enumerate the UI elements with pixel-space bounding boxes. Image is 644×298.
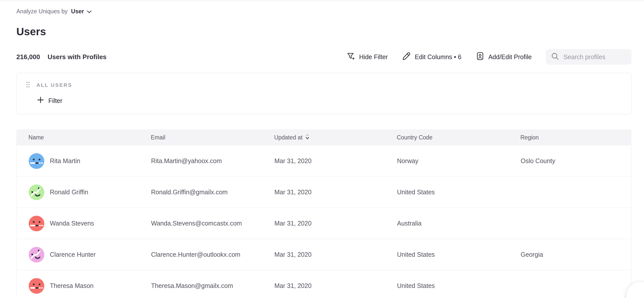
user-email: Theresa.Mason@gmailx.com [151, 282, 274, 289]
page-title: Users [16, 26, 631, 38]
table-row[interactable]: Clarence Hunter Clarence.Hunter@outlookx… [17, 239, 631, 270]
column-header-label: Region [520, 134, 539, 141]
search-icon [551, 52, 559, 62]
user-name: Wanda Stevens [50, 220, 94, 227]
column-header-label: Country Code [397, 134, 433, 141]
edit-columns-button[interactable]: Edit Columns • 6 [402, 52, 461, 62]
user-name-cell: Ronald Griffin [29, 184, 151, 200]
user-avatar [29, 247, 44, 263]
column-header-label: Email [151, 134, 165, 141]
toolbar: Hide Filter Edit Columns • 6 Add/Edit Pr… [346, 49, 631, 65]
search-input[interactable] [563, 53, 626, 61]
column-header-name[interactable]: Name [28, 134, 151, 141]
sort-icon [305, 133, 310, 142]
analyze-uniques-label: Analyze Uniques by [16, 8, 67, 15]
add-edit-profile-label: Add/Edit Profile [488, 53, 532, 61]
column-header-updated-at[interactable]: Updated at [274, 133, 397, 142]
user-country: United States [397, 189, 521, 196]
user-email: Wanda.Stevens@comcastx.com [151, 220, 274, 227]
user-updated-at: Mar 31, 2020 [274, 157, 397, 165]
users-table: NameEmailUpdated at Country CodeRegion R… [16, 129, 631, 298]
stats-toolbar-row: 216,000 Users with Profiles Hide Filter … [16, 49, 631, 65]
user-updated-at: Mar 31, 2020 [274, 220, 397, 227]
user-country: United States [397, 251, 521, 258]
users-page: Analyze Uniques by User Users 216,000 Us… [0, 0, 644, 298]
user-count-label: Users with Profiles [48, 53, 106, 61]
user-name-cell: Rita Martin [29, 153, 151, 169]
analyze-by-selector[interactable]: User [71, 8, 92, 15]
add-edit-profile-button[interactable]: Add/Edit Profile [476, 52, 532, 62]
column-header-country-code[interactable]: Country Code [397, 134, 520, 141]
user-name: Theresa Mason [50, 282, 94, 289]
user-country: Australia [397, 220, 521, 227]
user-name-cell: Theresa Mason [29, 278, 151, 294]
user-email: Clarence.Hunter@outlookx.com [151, 251, 274, 258]
filter-group-row: ALL USERS [25, 81, 631, 90]
hide-filter-label: Hide Filter [359, 53, 388, 61]
user-updated-at: Mar 31, 2020 [274, 282, 397, 289]
user-name: Rita Martin [50, 157, 80, 165]
column-header-label: Updated at [274, 134, 303, 141]
user-updated-at: Mar 31, 2020 [274, 189, 397, 196]
user-region: Georgia [521, 251, 631, 258]
analyze-by-value: User [71, 8, 84, 15]
breadcrumb: Analyze Uniques by User [16, 7, 631, 16]
pencil-icon [402, 52, 411, 62]
user-region: Oslo County [521, 157, 631, 165]
filter-group-label: ALL USERS [37, 82, 72, 88]
drag-handle-icon[interactable] [25, 81, 30, 90]
user-avatar [29, 278, 44, 294]
edit-columns-label: Edit Columns • 6 [415, 53, 461, 61]
profile-card-icon [476, 52, 485, 62]
plus-icon [37, 96, 44, 105]
user-avatar [29, 216, 44, 231]
column-header-label: Name [28, 134, 44, 141]
funnel-plus-icon [346, 52, 355, 62]
table-row[interactable]: Theresa Mason Theresa.Mason@gmailx.com M… [17, 270, 631, 298]
table-row[interactable]: Wanda Stevens Wanda.Stevens@comcastx.com… [17, 208, 631, 239]
add-filter-label: Filter [48, 97, 62, 104]
user-country: Norway [397, 157, 521, 165]
table-body: Rita Martin Rita.Martin@yahoox.com Mar 3… [16, 145, 631, 298]
user-country: United States [397, 282, 521, 289]
user-email: Ronald.Griffin@gmailx.com [151, 189, 274, 196]
column-header-email[interactable]: Email [151, 134, 274, 141]
user-count: 216,000 [16, 53, 40, 61]
table-row[interactable]: Rita Martin Rita.Martin@yahoox.com Mar 3… [17, 145, 631, 177]
column-header-region[interactable]: Region [520, 134, 631, 141]
user-avatar [29, 153, 44, 169]
user-avatar [29, 184, 44, 200]
user-name: Clarence Hunter [50, 251, 96, 258]
user-email: Rita.Martin@yahoox.com [151, 157, 274, 165]
user-name-cell: Clarence Hunter [29, 247, 151, 263]
hide-filter-button[interactable]: Hide Filter [346, 52, 388, 62]
user-updated-at: Mar 31, 2020 [274, 251, 397, 258]
filter-panel: ALL USERS Filter [16, 73, 631, 114]
chevron-down-icon [87, 8, 92, 15]
user-name-cell: Wanda Stevens [29, 216, 151, 231]
table-row[interactable]: Ronald Griffin Ronald.Griffin@gmailx.com… [17, 177, 631, 208]
profile-search[interactable] [546, 49, 631, 65]
user-name: Ronald Griffin [50, 189, 88, 196]
table-header-row: NameEmailUpdated at Country CodeRegion [16, 129, 631, 145]
add-filter-button[interactable]: Filter [37, 96, 62, 105]
